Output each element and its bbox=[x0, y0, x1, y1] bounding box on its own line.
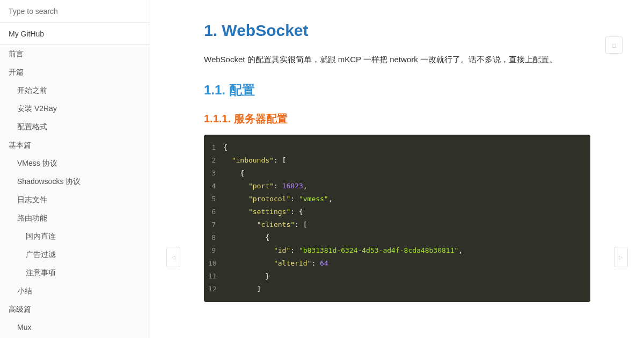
nav-item[interactable]: 配置格式 bbox=[0, 118, 150, 136]
nav-list: 前言开篇开始之前安装 V2Ray配置格式基本篇VMess 协议Shadowsoc… bbox=[0, 45, 150, 324]
code-content: "port": 16823, bbox=[223, 180, 308, 193]
code-line: 1{ bbox=[208, 141, 586, 154]
code-line: 6 "settings": { bbox=[208, 205, 586, 218]
code-content: ] bbox=[223, 283, 261, 296]
line-number: 2 bbox=[208, 154, 223, 167]
search-box bbox=[0, 0, 150, 23]
code-content: { bbox=[223, 231, 269, 244]
nav-item[interactable]: 高级篇 bbox=[0, 300, 150, 319]
code-content: "clients": [ bbox=[223, 218, 308, 231]
line-number: 12 bbox=[208, 283, 223, 296]
code-content: "inbounds": [ bbox=[223, 154, 286, 167]
code-line: 8 { bbox=[208, 231, 586, 244]
line-number: 7 bbox=[208, 218, 223, 231]
nav-item[interactable]: 注意事项 bbox=[0, 264, 150, 282]
github-link[interactable]: My GitHub bbox=[0, 23, 150, 45]
code-content: } bbox=[223, 270, 269, 283]
code-content: "protocol": "vmess", bbox=[223, 193, 333, 205]
line-number: 9 bbox=[208, 244, 223, 257]
line-number: 6 bbox=[208, 205, 223, 218]
nav-item[interactable]: 国内直连 bbox=[0, 227, 150, 246]
code-line: 3 { bbox=[208, 167, 586, 180]
code-block: 1{2 "inbounds": [3 {4 "port": 16823,5 "p… bbox=[204, 135, 590, 303]
code-line: 11 } bbox=[208, 270, 586, 283]
nav-item[interactable]: Shadowsocks 协议 bbox=[0, 173, 150, 191]
share-button[interactable]: ◻ bbox=[605, 36, 623, 54]
code-line: 10 "alterId": 64 bbox=[208, 257, 586, 270]
code-line: 9 "id": "b831381d-6324-4d53-ad4f-8cda48b… bbox=[208, 244, 586, 257]
line-number: 8 bbox=[208, 231, 223, 244]
code-line: 4 "port": 16823, bbox=[208, 180, 586, 193]
line-number: 1 bbox=[208, 141, 223, 154]
main-content: 1. WebSocket WebSocket 的配置其实很简单，就跟 mKCP … bbox=[150, 0, 644, 324]
line-number: 4 bbox=[208, 180, 223, 193]
nav-item[interactable]: 前言 bbox=[0, 45, 150, 63]
code-line: 7 "clients": [ bbox=[208, 218, 586, 231]
nav-item[interactable]: 开始之前 bbox=[0, 82, 150, 100]
nav-item[interactable]: 广告过滤 bbox=[0, 246, 150, 264]
line-number: 11 bbox=[208, 270, 223, 283]
nav-item[interactable]: 开篇 bbox=[0, 63, 150, 82]
code-line: 2 "inbounds": [ bbox=[208, 154, 586, 167]
page-title: 1. WebSocket bbox=[204, 21, 590, 40]
prev-page-button[interactable]: ◁ bbox=[166, 247, 180, 267]
code-content: "alterId": 64 bbox=[223, 257, 328, 270]
nav-item[interactable]: Mux bbox=[0, 319, 150, 324]
intro-paragraph: WebSocket 的配置其实很简单，就跟 mKCP 一样把 network 一… bbox=[204, 53, 590, 67]
line-number: 5 bbox=[208, 193, 223, 205]
code-line: 5 "protocol": "vmess", bbox=[208, 193, 586, 205]
nav-item[interactable]: VMess 协议 bbox=[0, 155, 150, 173]
nav-item[interactable]: 安装 V2Ray bbox=[0, 100, 150, 118]
code-content: "settings": { bbox=[223, 205, 303, 218]
sidebar: My GitHub 前言开篇开始之前安装 V2Ray配置格式基本篇VMess 协… bbox=[0, 0, 150, 324]
nav-item[interactable]: 路由功能 bbox=[0, 209, 150, 227]
line-number: 10 bbox=[208, 257, 223, 270]
nav-item[interactable]: 基本篇 bbox=[0, 136, 150, 155]
code-content: "id": "b831381d-6324-4d53-ad4f-8cda48b30… bbox=[223, 244, 463, 257]
line-number: 3 bbox=[208, 167, 223, 180]
next-page-button[interactable]: ▷ bbox=[614, 247, 628, 267]
search-input[interactable] bbox=[9, 7, 141, 16]
code-content: { bbox=[223, 141, 228, 154]
nav-item[interactable]: 日志文件 bbox=[0, 191, 150, 209]
code-line: 12 ] bbox=[208, 283, 586, 296]
subsection-heading: 1.1.1. 服务器配置 bbox=[204, 112, 590, 126]
code-content: { bbox=[223, 167, 244, 180]
section-heading: 1.1. 配置 bbox=[204, 82, 590, 99]
nav-item[interactable]: 小结 bbox=[0, 282, 150, 300]
